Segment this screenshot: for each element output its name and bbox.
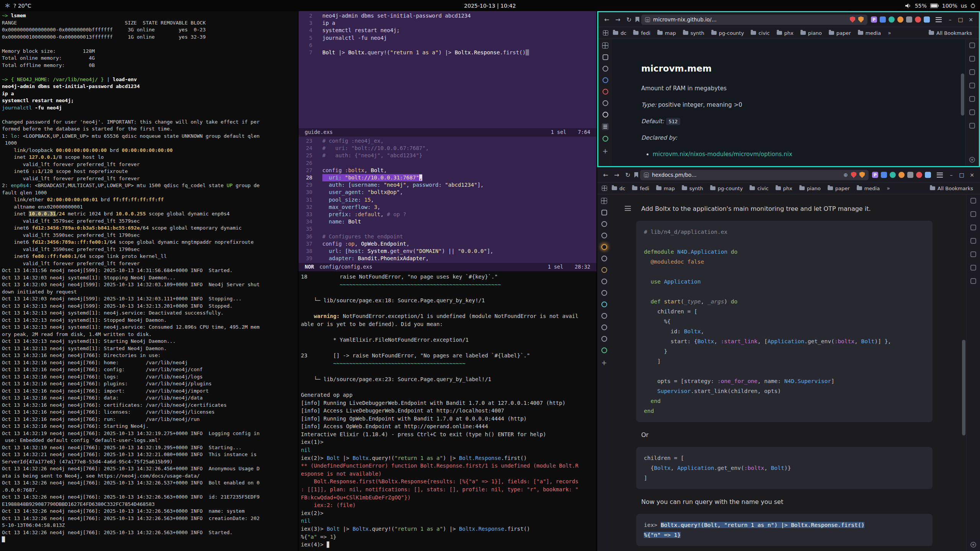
bookmark-folder[interactable]: phx bbox=[774, 29, 796, 37]
workspaces-grid-icon[interactable] bbox=[602, 42, 608, 49]
container-tab-icon[interactable] bbox=[603, 112, 608, 117]
protection-shield-icon[interactable] bbox=[858, 16, 864, 23]
extension-icon-orange[interactable] bbox=[898, 172, 905, 178]
settings-gear-icon[interactable] bbox=[970, 542, 976, 548]
url-bar[interactable]: hexdocs.pm/bo… ⊕ bbox=[640, 170, 869, 180]
protection-shield-icon[interactable] bbox=[859, 172, 865, 178]
active-workspace-icon[interactable] bbox=[601, 244, 607, 250]
extension-icon-red[interactable] bbox=[916, 172, 922, 178]
close-button[interactable]: × bbox=[968, 172, 976, 178]
bookmark-flag-icon[interactable] bbox=[634, 172, 638, 178]
bookmark-folder[interactable]: civic bbox=[748, 29, 772, 37]
bookmark-folder[interactable]: phx bbox=[773, 185, 795, 192]
close-button[interactable]: × bbox=[967, 16, 975, 23]
bookmark-folder[interactable]: piano bbox=[797, 185, 823, 192]
extension-icon-lightblue[interactable] bbox=[925, 172, 931, 178]
bookmark-folder[interactable]: map bbox=[655, 29, 678, 37]
panel-icon[interactable] bbox=[969, 42, 975, 48]
bookmarks-grid-icon[interactable] bbox=[602, 186, 607, 191]
container-tab-icon[interactable] bbox=[601, 256, 607, 261]
ublock-shield-icon[interactable] bbox=[850, 16, 855, 23]
container-tab-icon[interactable] bbox=[601, 233, 607, 238]
menu-icon[interactable] bbox=[936, 17, 942, 22]
sidebar-toggle-icon[interactable] bbox=[625, 206, 631, 211]
panel-icon[interactable] bbox=[970, 211, 976, 217]
editor-buffer-guide[interactable]: 2neo4j-admin dbms set-initial-password a… bbox=[299, 11, 596, 128]
forward-button[interactable]: → bbox=[612, 171, 621, 179]
extension-icon-teal[interactable] bbox=[890, 172, 896, 178]
all-bookmarks[interactable]: All Bookmarks bbox=[928, 185, 975, 192]
forward-button[interactable]: → bbox=[613, 16, 622, 23]
container-tab-icon[interactable] bbox=[601, 324, 607, 330]
new-tab-icon[interactable]: + bbox=[602, 147, 609, 154]
new-tab-icon[interactable]: + bbox=[601, 359, 608, 366]
container-tab-icon[interactable] bbox=[603, 100, 608, 106]
panel-icon[interactable] bbox=[969, 83, 975, 88]
settings-gear-icon[interactable] bbox=[969, 157, 975, 163]
helix-editor[interactable]: 2neo4j-admin dbms set-initial-password a… bbox=[299, 11, 596, 271]
container-tab-icon[interactable] bbox=[603, 89, 608, 95]
panel-icon[interactable] bbox=[969, 69, 975, 75]
container-tab-icon[interactable] bbox=[601, 267, 607, 273]
container-tab-icon[interactable] bbox=[601, 313, 607, 319]
extension-icon-gray[interactable] bbox=[907, 172, 913, 178]
options-source-link[interactable]: microvm.nix/nixos-modules/microvm/option… bbox=[653, 151, 792, 158]
terminal-neo4j-logs[interactable]: ~> lsmemRANGE SIZE STATE REMOVABLE BLOCK… bbox=[0, 11, 298, 551]
bookmark-folder[interactable]: paper bbox=[826, 29, 853, 37]
minimize-button[interactable]: – bbox=[947, 172, 956, 178]
menu-icon[interactable] bbox=[937, 173, 943, 178]
reader-tab-icon[interactable] bbox=[602, 123, 609, 130]
terminal-iex[interactable]: 18 raise NotFoundError, "no page uses ke… bbox=[299, 271, 596, 551]
container-tab-icon[interactable] bbox=[601, 290, 607, 296]
container-tab-icon[interactable] bbox=[603, 136, 608, 142]
maximize-button[interactable]: □ bbox=[957, 172, 966, 178]
panel-icon[interactable] bbox=[970, 251, 976, 257]
panel-icon[interactable] bbox=[970, 265, 976, 271]
scrollbar-thumb[interactable] bbox=[961, 73, 964, 116]
bookmark-folder[interactable]: paper bbox=[825, 185, 852, 192]
url-bar[interactable]: microvm-nix.github.io/… bbox=[641, 15, 867, 25]
extension-icon-red[interactable] bbox=[915, 16, 921, 23]
container-tab-icon[interactable] bbox=[601, 336, 607, 342]
panel-icon[interactable] bbox=[969, 56, 975, 62]
container-tab-icon[interactable] bbox=[601, 302, 607, 307]
extension-icon-gray[interactable] bbox=[906, 16, 912, 23]
editor-buffer-config[interactable]: 23# config :neo4j_ex,24# uri: "bolt://10… bbox=[299, 137, 596, 263]
bookmarks-overflow-icon[interactable]: » bbox=[885, 29, 893, 37]
extension-icon-lightblue[interactable] bbox=[924, 16, 930, 23]
back-button[interactable]: ← bbox=[601, 171, 610, 179]
panel-icon[interactable] bbox=[969, 96, 975, 102]
workspaces-grid-icon[interactable] bbox=[601, 198, 607, 204]
reload-button[interactable]: ↻ bbox=[624, 16, 634, 23]
bookmark-folder[interactable]: media bbox=[856, 29, 884, 37]
container-tab-icon[interactable] bbox=[601, 347, 607, 353]
panel-icon[interactable] bbox=[970, 198, 976, 204]
extension-icon-blue[interactable] bbox=[880, 16, 886, 23]
ublock-shield-icon[interactable] bbox=[851, 172, 856, 178]
bookmark-folder[interactable]: dc bbox=[611, 29, 629, 37]
bookmark-folder[interactable]: pg-county bbox=[709, 29, 746, 37]
bookmark-folder[interactable]: civic bbox=[747, 185, 771, 192]
zoom-icon[interactable]: ⊕ bbox=[843, 172, 848, 178]
all-bookmarks[interactable]: All Bookmarks bbox=[926, 29, 974, 37]
panel-icon[interactable] bbox=[970, 278, 976, 284]
container-tab-icon[interactable] bbox=[601, 279, 607, 284]
back-button[interactable]: ← bbox=[602, 16, 611, 23]
bookmark-folder[interactable]: map bbox=[654, 185, 677, 192]
extension-icon-purple[interactable]: P bbox=[872, 172, 878, 178]
bookmarks-overflow-icon[interactable]: » bbox=[884, 184, 892, 192]
tabs-icon[interactable] bbox=[603, 54, 608, 60]
bookmark-folder[interactable]: media bbox=[854, 185, 882, 192]
panel-icon[interactable] bbox=[970, 225, 976, 230]
bookmarks-grid-icon[interactable] bbox=[603, 30, 608, 36]
panel-icon[interactable] bbox=[969, 123, 975, 129]
panel-icon[interactable] bbox=[970, 238, 976, 244]
reload-button[interactable]: ↻ bbox=[623, 171, 632, 179]
tabs-icon[interactable] bbox=[601, 210, 607, 215]
bookmark-folder[interactable]: dc bbox=[609, 185, 627, 192]
container-tab-icon[interactable] bbox=[603, 66, 608, 72]
bookmark-folder[interactable]: pg-county bbox=[708, 185, 745, 192]
container-tab-icon[interactable] bbox=[603, 77, 608, 83]
power-icon[interactable] bbox=[970, 3, 975, 8]
maximize-button[interactable]: □ bbox=[956, 16, 965, 23]
